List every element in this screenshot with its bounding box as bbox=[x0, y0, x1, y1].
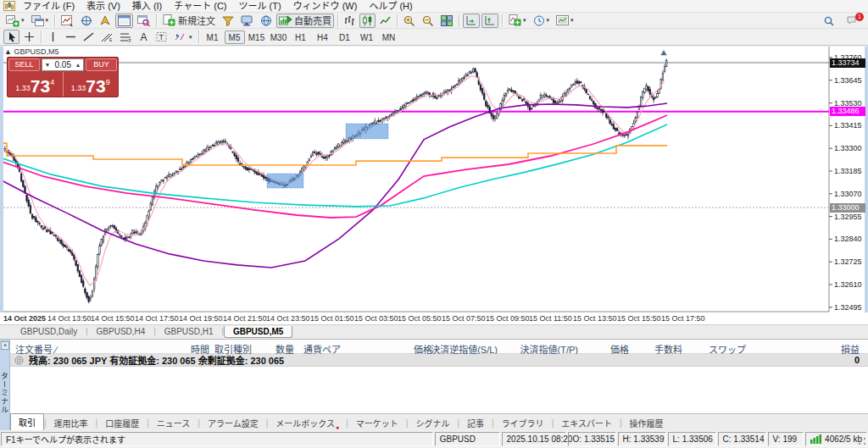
terminal-tab-bar: 取引|運用比率|口座履歴|ニュース|アラーム設定|メールボックス●|マーケット|… bbox=[10, 413, 868, 431]
terminal-tab-10[interactable]: エキスパート bbox=[554, 415, 620, 431]
vps-button[interactable] bbox=[238, 14, 256, 28]
volume-value[interactable]: 0.05 bbox=[53, 60, 73, 69]
timeframe-m30[interactable]: M30 bbox=[269, 30, 289, 44]
strategy-tester-button[interactable] bbox=[135, 14, 153, 28]
indicators-button[interactable]: ▾ bbox=[506, 14, 529, 28]
menu-item-4[interactable]: ツール (T) bbox=[233, 0, 287, 12]
algo-trading-button[interactable]: 自動売買 bbox=[276, 14, 334, 28]
time-axis-label: 15 Oct 17:50 bbox=[661, 314, 705, 323]
price-chart[interactable]: 1.337601.336451.335301.334151.333001.331… bbox=[0, 47, 868, 324]
terminal-tab-11[interactable]: 操作履歴 bbox=[622, 415, 671, 431]
timeframe-mn[interactable]: MN bbox=[379, 30, 399, 44]
step-orange bbox=[0, 143, 667, 165]
terminal-tab-7[interactable]: シグナル bbox=[408, 415, 457, 431]
volume-up-icon[interactable]: ▲ bbox=[73, 62, 83, 68]
notification-icon[interactable]: 1 bbox=[844, 14, 862, 28]
terminal-tab-0[interactable]: 取引 bbox=[10, 413, 44, 431]
timeframe-h4[interactable]: H4 bbox=[313, 30, 333, 44]
data-window-button[interactable] bbox=[78, 14, 95, 28]
price-tick-label: 1.32955 bbox=[834, 213, 862, 221]
toolbar-standard: ▾▾新規注文自動売買▾▾▾ bbox=[0, 13, 868, 29]
zoom-out-button[interactable] bbox=[420, 14, 437, 28]
menu-item-2[interactable]: 挿入 (I) bbox=[126, 0, 168, 12]
chart-window[interactable]: 1.337601.336451.335301.334151.333001.331… bbox=[0, 47, 868, 324]
trendline-button[interactable] bbox=[81, 30, 97, 44]
chart-tab-gbpusd-daily[interactable]: GBPUSD,Daily bbox=[12, 326, 86, 337]
terminal-tab-9[interactable]: ライブラリ bbox=[494, 415, 552, 431]
status-close: C: 1.33514 bbox=[718, 432, 766, 446]
tile-windows-button[interactable] bbox=[438, 14, 455, 28]
toolbar-separator bbox=[54, 14, 55, 27]
timeframe-m15[interactable]: M15 bbox=[247, 30, 267, 44]
line-chart-button[interactable] bbox=[377, 14, 393, 28]
periods-button[interactable]: ▾ bbox=[531, 14, 553, 28]
fibonacci-button[interactable]: F bbox=[117, 30, 134, 44]
terminal-tab-2[interactable]: 口座履歴 bbox=[97, 415, 147, 431]
crosshair-button[interactable] bbox=[21, 30, 37, 44]
search-icon[interactable] bbox=[821, 14, 837, 28]
menu-item-5[interactable]: ウィンドウ (W) bbox=[287, 0, 364, 12]
volume-down-icon[interactable]: ▼ bbox=[42, 62, 53, 68]
new-order-button[interactable]: 新規注文 bbox=[160, 14, 218, 28]
community-button[interactable] bbox=[258, 14, 275, 28]
vline-button[interactable] bbox=[45, 30, 61, 44]
terminal-tab-8[interactable]: 記事 bbox=[459, 415, 492, 431]
zoom-in-button[interactable] bbox=[401, 14, 418, 28]
chart-shift-button[interactable] bbox=[481, 14, 498, 28]
highlight-rect-2[interactable] bbox=[267, 174, 303, 188]
chart-tab-gbpusd-h4[interactable]: GBPUSD,H4 bbox=[88, 326, 154, 337]
menu-item-0[interactable]: ファイル (F) bbox=[17, 0, 81, 12]
market-watch-button[interactable] bbox=[58, 14, 76, 28]
metaeditor-button[interactable] bbox=[220, 14, 236, 28]
menu-item-3[interactable]: チャート (C) bbox=[168, 0, 232, 12]
one-click-symbol-label[interactable]: ▲ GBPUSD,M5 bbox=[4, 47, 58, 56]
price-tick-label: 1.33185 bbox=[834, 167, 862, 175]
terminal-tab-4[interactable]: アラーム設定 bbox=[200, 415, 266, 431]
time-axis-label: 15 Oct 13:50 bbox=[573, 314, 617, 323]
buy-button[interactable]: BUY bbox=[86, 58, 117, 71]
terminal-tab-6[interactable]: マーケット bbox=[348, 415, 406, 431]
close-icon[interactable]: × bbox=[1, 341, 9, 350]
candlestick-button[interactable] bbox=[359, 14, 376, 28]
timeframe-m5[interactable]: M5 bbox=[225, 30, 245, 44]
label-button[interactable]: T bbox=[153, 30, 170, 44]
time-axis-label: 14 Oct 17:50 bbox=[135, 314, 179, 323]
terminal-tab-3[interactable]: ニュース bbox=[149, 415, 198, 431]
bar-chart-button[interactable] bbox=[342, 14, 358, 28]
chart-tab-gbpusd-m5[interactable]: GBPUSD,M5 bbox=[224, 326, 292, 338]
resize-grip[interactable] bbox=[856, 436, 867, 447]
balance-row[interactable]: 残高: 230 065 JPY 有効証拠金: 230 065 余剰証拠金: 23… bbox=[10, 354, 868, 367]
chevron-down-icon: ▾ bbox=[570, 17, 574, 24]
timeframe-m1[interactable]: M1 bbox=[203, 30, 223, 44]
chart-tab-gbpusd-h1[interactable]: GBPUSD,H1 bbox=[156, 326, 222, 337]
status-high: H: 1.33539 bbox=[618, 432, 666, 446]
profiles-button[interactable]: ▾ bbox=[29, 14, 52, 28]
navigator-button[interactable] bbox=[97, 14, 114, 28]
new-order-button-label: 新規注文 bbox=[178, 14, 215, 27]
timeframe-w1[interactable]: W1 bbox=[357, 30, 377, 44]
ma-cyan bbox=[0, 124, 667, 207]
volume-stepper[interactable]: ▼ 0.05 ▲ bbox=[42, 58, 84, 71]
menu-item-6[interactable]: ヘルプ (H) bbox=[363, 0, 418, 12]
hline-button[interactable] bbox=[63, 30, 79, 44]
text-button[interactable]: A bbox=[136, 30, 152, 44]
info-icon bbox=[14, 356, 24, 365]
sell-button[interactable]: SELL bbox=[8, 58, 40, 71]
timeframe-h1[interactable]: H1 bbox=[291, 30, 311, 44]
auto-scroll-button[interactable] bbox=[463, 14, 480, 28]
shapes-button[interactable]: ▾ bbox=[171, 30, 195, 44]
highlight-rect-1[interactable] bbox=[346, 124, 388, 139]
timeframe-d1[interactable]: D1 bbox=[335, 30, 355, 44]
templates-button[interactable]: ▾ bbox=[554, 14, 576, 28]
buy-price[interactable]: 1.33 73 9 bbox=[64, 72, 119, 97]
status-symbol[interactable]: GBPUSD bbox=[435, 432, 500, 446]
time-axis[interactable]: 14 Oct 202514 Oct 13:5014 Oct 15:5014 Oc… bbox=[0, 312, 868, 324]
terminal-button[interactable] bbox=[115, 14, 133, 28]
sell-price[interactable]: 1.33 73 4 bbox=[8, 72, 64, 97]
menu-item-1[interactable]: 表示 (V) bbox=[81, 0, 126, 12]
terminal-tab-1[interactable]: 運用比率 bbox=[47, 415, 96, 431]
new-chart-button[interactable]: ▾ bbox=[3, 14, 27, 28]
terminal-tab-5[interactable]: メールボックス● bbox=[268, 415, 346, 431]
cursor-button[interactable] bbox=[3, 30, 19, 44]
channel-button[interactable]: E bbox=[98, 30, 115, 44]
